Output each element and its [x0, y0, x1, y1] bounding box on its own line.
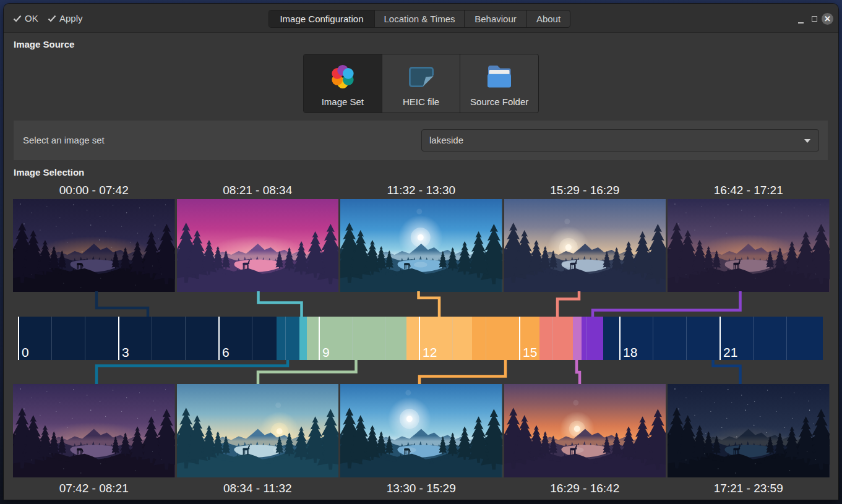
svg-text:18: 18 — [623, 345, 637, 359]
svg-text:15: 15 — [523, 345, 537, 359]
svg-text:21: 21 — [723, 345, 737, 359]
svg-text:12: 12 — [423, 345, 437, 359]
svg-text:9: 9 — [322, 345, 330, 359]
svg-text:3: 3 — [122, 345, 129, 359]
svg-text:6: 6 — [222, 345, 230, 359]
svg-text:0: 0 — [22, 345, 29, 359]
